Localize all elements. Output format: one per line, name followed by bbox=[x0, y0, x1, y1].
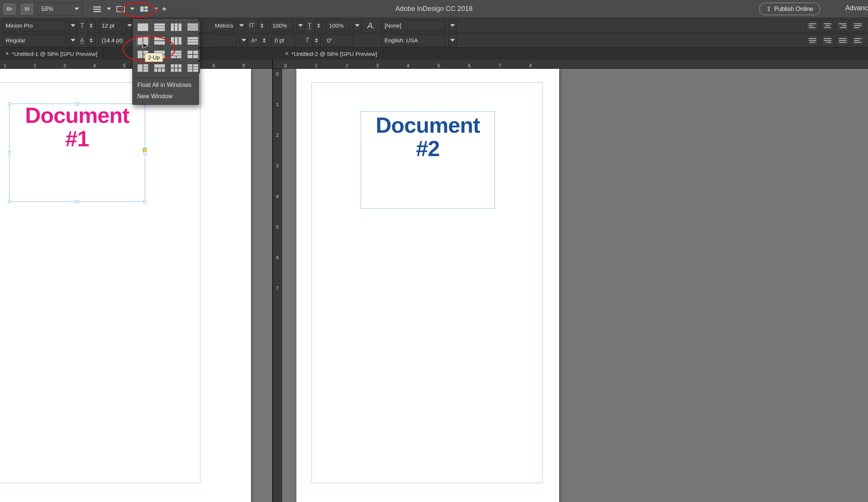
chevron-down-icon[interactable] bbox=[153, 8, 158, 10]
baseline-field[interactable]: 0 pt bbox=[271, 35, 296, 46]
arrange-4b-button[interactable] bbox=[186, 49, 200, 60]
chevron-down-icon[interactable] bbox=[240, 35, 248, 46]
stock-button[interactable]: St bbox=[20, 3, 34, 15]
float-all-menuitem[interactable]: Float All in Windows bbox=[133, 79, 198, 91]
arrange-6a-button[interactable] bbox=[169, 62, 183, 74]
document-text: Document#1 bbox=[9, 104, 145, 151]
tab-untitled-2[interactable]: × *Untitled-2 @ 58% [GPU Preview] bbox=[280, 48, 383, 60]
publish-online-button[interactable]: ⇪ Publish Online bbox=[759, 3, 820, 15]
svg-rect-9 bbox=[154, 26, 165, 28]
live-corner-handle[interactable] bbox=[143, 148, 147, 152]
hscale-field[interactable]: 100% bbox=[269, 20, 293, 31]
zoom-value: 58% bbox=[41, 6, 53, 12]
arrange-5b-button[interactable] bbox=[152, 62, 167, 74]
arrange-tile-grid-button[interactable] bbox=[186, 22, 200, 33]
svg-rect-12 bbox=[175, 23, 178, 31]
zoom-dropdown[interactable]: 58% bbox=[37, 3, 83, 15]
svg-rect-54 bbox=[175, 68, 178, 72]
chevron-down-icon bbox=[74, 8, 79, 10]
chevron-down-icon[interactable] bbox=[296, 20, 305, 31]
font-family-field[interactable]: Minion Pro bbox=[2, 20, 66, 31]
chevron-down-icon[interactable] bbox=[69, 35, 77, 46]
leading-field[interactable]: (14.4 pt) bbox=[98, 35, 126, 46]
hscale-stepper[interactable] bbox=[258, 20, 266, 31]
close-tab-icon[interactable]: × bbox=[285, 50, 288, 57]
gpu-preview-icon[interactable]: ✦ bbox=[161, 5, 167, 14]
justify-left-button[interactable] bbox=[851, 20, 864, 31]
font-size-field[interactable]: 12 pt bbox=[98, 20, 122, 31]
arrange-3up-h-button[interactable] bbox=[186, 35, 200, 46]
char-style-field[interactable]: [None] bbox=[381, 20, 445, 31]
svg-rect-59 bbox=[193, 67, 198, 69]
font-size-stepper[interactable] bbox=[87, 20, 95, 31]
svg-rect-41 bbox=[193, 55, 198, 58]
justify-all-button[interactable] bbox=[836, 35, 849, 46]
skew-field[interactable]: 0° bbox=[324, 35, 353, 46]
font-style-field[interactable]: Regular bbox=[2, 35, 66, 46]
chevron-down-icon[interactable] bbox=[448, 20, 457, 31]
svg-rect-11 bbox=[171, 23, 174, 31]
vscale-stepper[interactable] bbox=[315, 20, 323, 31]
leading-icon: A̲ bbox=[80, 37, 84, 44]
chevron-down-icon[interactable] bbox=[130, 8, 135, 10]
ruler-vertical[interactable]: 01234567 bbox=[273, 69, 282, 502]
chevron-down-icon[interactable] bbox=[237, 20, 246, 31]
svg-rect-53 bbox=[171, 68, 174, 72]
svg-rect-51 bbox=[175, 64, 178, 68]
chevron-down-icon[interactable] bbox=[69, 20, 77, 31]
arrange-3up-v-button[interactable] bbox=[169, 35, 183, 46]
arrange-4a-button[interactable] bbox=[169, 49, 183, 60]
kerning-field[interactable]: Metrics bbox=[212, 20, 234, 31]
language-field[interactable]: English: USA bbox=[381, 35, 445, 46]
text-frame-selected[interactable]: Document#1 bbox=[9, 104, 145, 202]
baseline-stepper[interactable] bbox=[260, 35, 268, 46]
new-window-menuitem[interactable]: New Window bbox=[133, 91, 198, 102]
text-frame[interactable]: Document#2 bbox=[361, 111, 495, 209]
chevron-down-icon[interactable] bbox=[107, 8, 111, 10]
close-tab-icon[interactable]: × bbox=[5, 50, 9, 57]
arrange-tile-all-v-button[interactable] bbox=[169, 22, 183, 33]
justify-right-button[interactable] bbox=[821, 35, 834, 46]
workspace-switcher[interactable]: Advance bbox=[845, 4, 868, 12]
tracking-field[interactable] bbox=[214, 35, 237, 46]
view-options-button[interactable] bbox=[90, 3, 104, 15]
document-pane-2[interactable]: 012345678 01234567 Document#2 bbox=[273, 60, 868, 502]
leading-stepper[interactable] bbox=[87, 35, 95, 46]
vertical-scale-icon: T̲ bbox=[308, 22, 312, 29]
svg-rect-25 bbox=[188, 37, 198, 39]
vscale-field[interactable]: 100% bbox=[326, 20, 350, 31]
arrange-5a-button[interactable] bbox=[136, 62, 150, 74]
align-center-button[interactable] bbox=[821, 20, 834, 31]
page[interactable]: Document#2 bbox=[296, 69, 559, 502]
document-pane-1[interactable]: 123456789 Document#1 bbox=[0, 60, 273, 502]
skew-icon: T bbox=[305, 37, 309, 44]
arrange-consolidate-button[interactable] bbox=[136, 22, 150, 33]
arrange-6b-button[interactable] bbox=[186, 62, 200, 74]
chevron-down-icon[interactable] bbox=[448, 35, 457, 46]
arrange-documents-panel: Float All in Windows New Window bbox=[132, 18, 199, 105]
svg-rect-47 bbox=[154, 68, 157, 72]
page[interactable]: Document#1 bbox=[0, 69, 251, 502]
align-towards-spine-button[interactable] bbox=[851, 35, 864, 46]
justify-center-button[interactable] bbox=[806, 35, 819, 46]
svg-rect-42 bbox=[138, 64, 143, 72]
bridge-button[interactable]: Br bbox=[2, 3, 17, 15]
skew-stepper[interactable] bbox=[312, 35, 321, 46]
screen-mode-button[interactable] bbox=[113, 3, 128, 15]
svg-rect-1 bbox=[93, 9, 101, 10]
svg-rect-22 bbox=[171, 37, 174, 45]
svg-rect-3 bbox=[117, 6, 124, 12]
canvas-area[interactable]: Document#1 bbox=[9, 69, 272, 502]
tab-untitled-1[interactable]: × *Untitled-1 @ 58% [GPU Preview] bbox=[0, 48, 103, 60]
svg-rect-21 bbox=[154, 41, 165, 45]
canvas-area[interactable]: Document#2 bbox=[282, 69, 868, 502]
ruler-horizontal[interactable]: 012345678 bbox=[273, 60, 868, 69]
arrange-2up-h-button[interactable] bbox=[152, 35, 167, 46]
align-left-button[interactable] bbox=[806, 20, 819, 31]
arrange-documents-button[interactable] bbox=[137, 3, 151, 15]
align-right-button[interactable] bbox=[836, 20, 849, 31]
svg-rect-38 bbox=[188, 51, 192, 54]
svg-rect-43 bbox=[143, 64, 148, 67]
chevron-down-icon[interactable] bbox=[353, 20, 361, 31]
arrange-tile-all-h-button[interactable] bbox=[152, 22, 167, 33]
